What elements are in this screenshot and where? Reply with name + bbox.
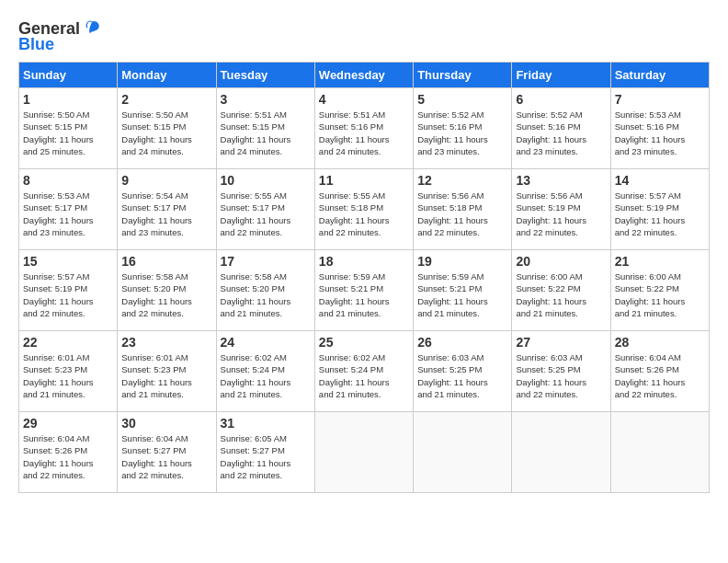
calendar-cell: 9Sunrise: 5:54 AM Sunset: 5:17 PM Daylig…: [118, 169, 216, 250]
calendar-cell: 31Sunrise: 6:05 AM Sunset: 5:27 PM Dayli…: [216, 412, 314, 493]
calendar-cell: 26Sunrise: 6:03 AM Sunset: 5:25 PM Dayli…: [414, 331, 512, 412]
calendar-cell: 3Sunrise: 5:51 AM Sunset: 5:15 PM Daylig…: [216, 88, 314, 169]
cell-details: Sunrise: 6:02 AM Sunset: 5:24 PM Dayligh…: [319, 351, 409, 400]
cell-details: Sunrise: 6:01 AM Sunset: 5:23 PM Dayligh…: [23, 351, 113, 400]
calendar-cell: 11Sunrise: 5:55 AM Sunset: 5:18 PM Dayli…: [314, 169, 413, 250]
calendar-cell: 23Sunrise: 6:01 AM Sunset: 5:23 PM Dayli…: [118, 331, 216, 412]
cell-details: Sunrise: 5:52 AM Sunset: 5:16 PM Dayligh…: [417, 109, 507, 157]
calendar-cell: 18Sunrise: 5:59 AM Sunset: 5:21 PM Dayli…: [314, 250, 413, 331]
day-number: 8: [23, 173, 113, 188]
cell-details: Sunrise: 5:53 AM Sunset: 5:16 PM Dayligh…: [615, 109, 705, 157]
day-header-friday: Friday: [512, 63, 610, 88]
day-header-monday: Monday: [118, 63, 216, 88]
calendar-cell: 25Sunrise: 6:02 AM Sunset: 5:24 PM Dayli…: [314, 331, 413, 412]
calendar-week-3: 15Sunrise: 5:57 AM Sunset: 5:19 PM Dayli…: [19, 250, 710, 331]
day-header-saturday: Saturday: [610, 63, 709, 88]
cell-details: Sunrise: 5:56 AM Sunset: 5:19 PM Dayligh…: [516, 190, 606, 238]
calendar-cell: 8Sunrise: 5:53 AM Sunset: 5:17 PM Daylig…: [19, 169, 118, 250]
calendar-cell: 20Sunrise: 6:00 AM Sunset: 5:22 PM Dayli…: [512, 250, 610, 331]
day-number: 10: [221, 173, 311, 188]
day-number: 11: [319, 173, 409, 188]
cell-details: Sunrise: 6:03 AM Sunset: 5:25 PM Dayligh…: [417, 351, 507, 400]
calendar-cell: 22Sunrise: 6:01 AM Sunset: 5:23 PM Dayli…: [19, 331, 118, 412]
day-number: 23: [121, 335, 211, 350]
day-number: 25: [319, 335, 409, 350]
cell-details: Sunrise: 5:53 AM Sunset: 5:17 PM Dayligh…: [23, 190, 113, 238]
calendar-cell: 14Sunrise: 5:57 AM Sunset: 5:19 PM Dayli…: [610, 169, 709, 250]
calendar-cell: 28Sunrise: 6:04 AM Sunset: 5:26 PM Dayli…: [610, 331, 709, 412]
day-number: 7: [615, 92, 705, 107]
calendar-week-5: 29Sunrise: 6:04 AM Sunset: 5:26 PM Dayli…: [19, 412, 710, 493]
calendar-table: SundayMondayTuesdayWednesdayThursdayFrid…: [18, 62, 710, 493]
day-number: 31: [221, 416, 311, 431]
cell-details: Sunrise: 5:59 AM Sunset: 5:21 PM Dayligh…: [417, 270, 507, 319]
day-number: 2: [121, 92, 211, 107]
calendar-cell: [512, 412, 610, 493]
header: General Blue: [18, 18, 710, 54]
calendar-cell: 16Sunrise: 5:58 AM Sunset: 5:20 PM Dayli…: [118, 250, 216, 331]
day-number: 13: [516, 173, 606, 188]
calendar-cell: 29Sunrise: 6:04 AM Sunset: 5:26 PM Dayli…: [19, 412, 118, 493]
day-number: 12: [417, 173, 507, 188]
day-number: 6: [516, 92, 606, 107]
cell-details: Sunrise: 5:58 AM Sunset: 5:20 PM Dayligh…: [221, 270, 311, 319]
day-number: 4: [319, 92, 409, 107]
cell-details: Sunrise: 6:00 AM Sunset: 5:22 PM Dayligh…: [615, 270, 705, 319]
calendar-cell: 10Sunrise: 5:55 AM Sunset: 5:17 PM Dayli…: [216, 169, 314, 250]
day-number: 27: [516, 335, 606, 350]
calendar-week-2: 8Sunrise: 5:53 AM Sunset: 5:17 PM Daylig…: [19, 169, 710, 250]
day-number: 28: [615, 335, 705, 350]
calendar-cell: 15Sunrise: 5:57 AM Sunset: 5:19 PM Dayli…: [19, 250, 118, 331]
calendar-cell: 4Sunrise: 5:51 AM Sunset: 5:16 PM Daylig…: [314, 88, 413, 169]
cell-details: Sunrise: 5:51 AM Sunset: 5:16 PM Dayligh…: [319, 109, 409, 157]
day-number: 26: [417, 335, 507, 350]
day-number: 20: [516, 254, 606, 269]
cell-details: Sunrise: 5:57 AM Sunset: 5:19 PM Dayligh…: [615, 190, 705, 238]
day-number: 22: [23, 335, 113, 350]
calendar-cell: 30Sunrise: 6:04 AM Sunset: 5:27 PM Dayli…: [118, 412, 216, 493]
cell-details: Sunrise: 5:50 AM Sunset: 5:15 PM Dayligh…: [121, 109, 211, 157]
day-number: 19: [417, 254, 507, 269]
cell-details: Sunrise: 5:55 AM Sunset: 5:17 PM Dayligh…: [221, 190, 311, 238]
calendar-cell: [314, 412, 413, 493]
logo-blue-text: Blue: [18, 35, 54, 54]
cell-details: Sunrise: 6:00 AM Sunset: 5:22 PM Dayligh…: [516, 270, 606, 319]
day-number: 30: [121, 416, 211, 431]
cell-details: Sunrise: 5:58 AM Sunset: 5:20 PM Dayligh…: [121, 270, 211, 319]
day-number: 1: [23, 92, 113, 107]
cell-details: Sunrise: 5:51 AM Sunset: 5:15 PM Dayligh…: [221, 109, 311, 157]
cell-details: Sunrise: 6:02 AM Sunset: 5:24 PM Dayligh…: [221, 351, 311, 400]
logo-container: General Blue: [18, 18, 102, 54]
cell-details: Sunrise: 5:52 AM Sunset: 5:16 PM Dayligh…: [516, 109, 606, 157]
logo: General Blue: [18, 18, 102, 54]
day-header-tuesday: Tuesday: [216, 63, 314, 88]
day-number: 21: [615, 254, 705, 269]
cell-details: Sunrise: 5:56 AM Sunset: 5:18 PM Dayligh…: [417, 190, 507, 238]
calendar-cell: 12Sunrise: 5:56 AM Sunset: 5:18 PM Dayli…: [414, 169, 512, 250]
calendar-cell: 17Sunrise: 5:58 AM Sunset: 5:20 PM Dayli…: [216, 250, 314, 331]
calendar-cell: 13Sunrise: 5:56 AM Sunset: 5:19 PM Dayli…: [512, 169, 610, 250]
cell-details: Sunrise: 6:03 AM Sunset: 5:25 PM Dayligh…: [516, 351, 606, 400]
calendar-week-1: 1Sunrise: 5:50 AM Sunset: 5:15 PM Daylig…: [19, 88, 710, 169]
calendar-header-row: SundayMondayTuesdayWednesdayThursdayFrid…: [19, 63, 710, 88]
cell-details: Sunrise: 5:54 AM Sunset: 5:17 PM Dayligh…: [121, 190, 211, 238]
cell-details: Sunrise: 5:57 AM Sunset: 5:19 PM Dayligh…: [23, 270, 113, 319]
day-number: 15: [23, 254, 113, 269]
day-header-sunday: Sunday: [19, 63, 118, 88]
calendar-cell: 7Sunrise: 5:53 AM Sunset: 5:16 PM Daylig…: [610, 88, 709, 169]
day-number: 16: [121, 254, 211, 269]
day-number: 17: [221, 254, 311, 269]
day-header-wednesday: Wednesday: [314, 63, 413, 88]
calendar-week-4: 22Sunrise: 6:01 AM Sunset: 5:23 PM Dayli…: [19, 331, 710, 412]
day-number: 29: [23, 416, 113, 431]
cell-details: Sunrise: 6:04 AM Sunset: 5:27 PM Dayligh…: [121, 432, 211, 481]
cell-details: Sunrise: 5:55 AM Sunset: 5:18 PM Dayligh…: [319, 190, 409, 238]
day-number: 14: [615, 173, 705, 188]
calendar-cell: 2Sunrise: 5:50 AM Sunset: 5:15 PM Daylig…: [118, 88, 216, 169]
calendar-cell: 24Sunrise: 6:02 AM Sunset: 5:24 PM Dayli…: [216, 331, 314, 412]
cell-details: Sunrise: 6:04 AM Sunset: 5:26 PM Dayligh…: [23, 432, 113, 481]
logo-bird-icon: [82, 18, 102, 39]
calendar-cell: 5Sunrise: 5:52 AM Sunset: 5:16 PM Daylig…: [414, 88, 512, 169]
cell-details: Sunrise: 5:59 AM Sunset: 5:21 PM Dayligh…: [319, 270, 409, 319]
calendar-cell: [610, 412, 709, 493]
